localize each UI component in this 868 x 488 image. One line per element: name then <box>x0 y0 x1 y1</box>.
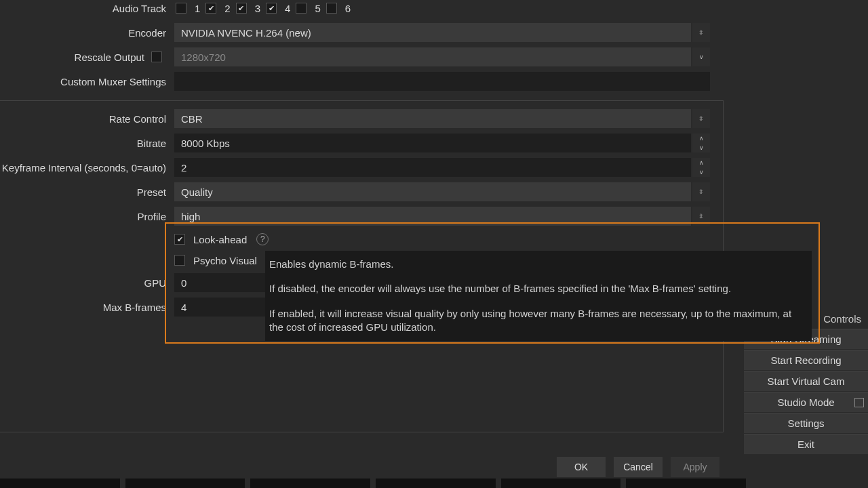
audio-track-4-checkbox[interactable] <box>266 3 277 14</box>
audio-track-5-checkbox[interactable] <box>296 3 307 14</box>
chevron-down-icon: ∨ <box>699 167 704 177</box>
start-virtual-cam-button[interactable]: Start Virtual Cam <box>744 371 868 391</box>
tooltip-line-2: If disabled, the encoder will always use… <box>269 282 806 296</box>
audio-track-3-num: 3 <box>255 3 260 14</box>
max-bframes-label: Max B-frames <box>0 302 174 313</box>
help-icon[interactable]: ? <box>256 233 269 245</box>
audio-track-2-num: 2 <box>224 3 230 14</box>
tooltip-line-3: If enabled, it will increase visual qual… <box>269 307 806 335</box>
bitrate-label: Bitrate <box>0 138 174 149</box>
keyframe-interval-input[interactable]: 2 <box>174 158 691 177</box>
chevron-up-icon: ∧ <box>699 134 704 143</box>
tooltip: Enables dynamic B-frames. If disabled, t… <box>265 251 812 341</box>
preset-select[interactable]: Quality <box>174 182 691 201</box>
preset-handle[interactable]: ⇳ <box>692 182 710 201</box>
encoder-select[interactable]: NVIDIA NVENC H.264 (new) <box>174 23 691 42</box>
chevron-down-icon: ∨ <box>699 143 704 152</box>
exit-button[interactable]: Exit <box>744 434 868 454</box>
look-ahead-checkbox[interactable] <box>174 234 185 245</box>
keyframe-interval-label: Keyframe Interval (seconds, 0=auto) <box>0 162 174 174</box>
look-ahead-label: Look-ahead <box>193 234 247 245</box>
custom-muxer-label: Custom Muxer Settings <box>0 76 174 87</box>
keyframe-stepper[interactable]: ∧∨ <box>692 158 710 177</box>
preset-label: Preset <box>0 186 174 198</box>
profile-handle[interactable]: ⇳ <box>692 207 710 226</box>
tooltip-line-1: Enables dynamic B-frames. <box>269 258 806 271</box>
custom-muxer-input[interactable] <box>174 72 710 91</box>
audio-track-1-num: 1 <box>195 3 200 14</box>
audio-track-6-num: 6 <box>345 3 351 14</box>
bitrate-stepper[interactable]: ∧∨ <box>692 134 710 152</box>
profile-select[interactable]: high <box>174 207 691 226</box>
studio-mode-button[interactable]: Studio Mode <box>744 392 868 412</box>
rate-control-handle[interactable]: ⇳ <box>692 109 710 128</box>
rescale-output-label: Rescale Output <box>75 52 144 63</box>
psycho-visual-label: Psycho Visual <box>193 255 257 266</box>
encoder-select-handle[interactable]: ⇳ <box>692 23 710 42</box>
audio-track-5-num: 5 <box>315 3 320 14</box>
rescale-output-select[interactable]: 868x488 <box>174 47 691 66</box>
bitrate-input[interactable]: 8000 Kbps <box>174 134 691 152</box>
audio-track-6-checkbox[interactable] <box>326 3 337 14</box>
audio-track-4-num: 4 <box>285 3 290 14</box>
chevron-down-icon: ∨ <box>699 54 704 60</box>
start-recording-button[interactable]: Start Recording <box>744 350 868 370</box>
apply-button[interactable]: Apply <box>671 457 719 477</box>
audio-track-label: Audio Track <box>0 3 174 14</box>
encoder-label: Encoder <box>0 27 174 39</box>
rescale-output-handle[interactable]: ∨ <box>692 47 710 66</box>
settings-button[interactable]: Settings <box>744 413 868 433</box>
rate-control-label: Rate Control <box>0 113 174 125</box>
cancel-button[interactable]: Cancel <box>614 457 663 477</box>
audio-track-2-checkbox[interactable] <box>205 3 216 14</box>
rate-control-select[interactable]: CBR <box>174 109 691 128</box>
gpu-label: GPU <box>0 277 174 289</box>
bottom-strip <box>0 479 746 488</box>
audio-track-3-checkbox[interactable] <box>236 3 247 14</box>
square-icon <box>854 398 864 407</box>
chevron-up-icon: ∧ <box>699 158 704 167</box>
rescale-output-checkbox[interactable] <box>151 52 162 62</box>
profile-label: Profile <box>0 211 174 222</box>
ok-button[interactable]: OK <box>557 457 606 477</box>
psycho-visual-checkbox[interactable] <box>174 255 185 266</box>
audio-track-1-checkbox[interactable] <box>176 3 186 14</box>
